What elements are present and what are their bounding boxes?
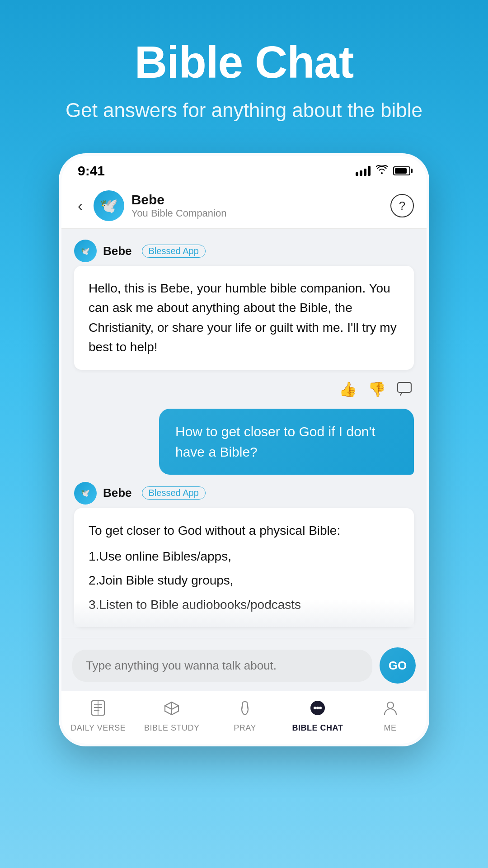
nav-label-bible-chat: BIBLE CHAT bbox=[292, 723, 343, 733]
bot-message-text-2c: 2.Join Bible study groups, bbox=[89, 571, 399, 590]
first-bot-message-block: 🕊️ Bebe Blessed App Hello, this is Bebe,… bbox=[74, 240, 414, 370]
nav-item-bible-chat[interactable]: BIBLE CHAT bbox=[291, 699, 345, 733]
bot-name-label-1: Bebe bbox=[103, 244, 132, 258]
chat-header: ‹ 🕊️ Bebe You Bible Companion ? bbox=[61, 183, 427, 229]
svg-point-8 bbox=[316, 707, 319, 709]
phone-mockup: 9:41 ‹ 🕊️ bbox=[59, 153, 429, 746]
wifi-icon bbox=[376, 165, 388, 177]
bot-avatar-sm-2: 🕊️ bbox=[74, 482, 97, 505]
nav-item-daily-verse[interactable]: DAILY VERSE bbox=[70, 699, 126, 733]
go-button[interactable]: GO bbox=[380, 647, 416, 684]
dove-icon: 🕊️ bbox=[100, 197, 118, 214]
nav-label-daily-verse: DAILY VERSE bbox=[70, 723, 126, 733]
bottom-nav: DAILY VERSE BIBLE STUDY PRAY bbox=[61, 691, 427, 744]
svg-point-7 bbox=[314, 707, 316, 709]
bot-message-text-2a: To get closer to God without a physical … bbox=[89, 521, 399, 540]
page-subtitle: Get answers for anything about the bible bbox=[38, 99, 450, 122]
dove-icon-sm-2: 🕊️ bbox=[81, 489, 90, 497]
status-time: 9:41 bbox=[78, 163, 105, 179]
pray-icon bbox=[236, 699, 253, 721]
bot-avatar-sm-1: 🕊️ bbox=[74, 240, 97, 262]
bot-message-text-2d: 3.Listen to Bible audiobooks/podcasts bbox=[89, 595, 399, 614]
chat-bot-name: Bebe bbox=[131, 192, 383, 208]
nav-label-me: ME bbox=[384, 723, 397, 733]
chat-name-block: Bebe You Bible Companion bbox=[131, 192, 383, 219]
nav-item-bible-study[interactable]: BIBLE STUDY bbox=[144, 699, 200, 733]
bible-chat-icon bbox=[309, 699, 326, 721]
status-icons bbox=[356, 165, 410, 177]
svg-point-10 bbox=[387, 702, 394, 708]
thumbs-up-button[interactable]: 👍 bbox=[339, 381, 357, 398]
bot-bubble-1: Hello, this is Bebe, your humble bible c… bbox=[74, 266, 414, 370]
nav-label-pray: PRAY bbox=[234, 723, 256, 733]
blessed-badge-1: Blessed App bbox=[142, 245, 206, 258]
me-icon bbox=[382, 699, 399, 721]
bot-message-text-1: Hello, this is Bebe, your humble bible c… bbox=[89, 278, 399, 357]
nav-label-bible-study: BIBLE STUDY bbox=[144, 723, 200, 733]
back-button[interactable]: ‹ bbox=[74, 196, 86, 216]
user-message-text: How to get closer to God if I don't have… bbox=[175, 421, 398, 462]
blessed-badge-2: Blessed App bbox=[142, 486, 206, 500]
chat-input[interactable] bbox=[72, 650, 372, 682]
second-bot-message-block: 🕊️ Bebe Blessed App To get closer to God… bbox=[74, 482, 414, 627]
dove-icon-sm-1: 🕊️ bbox=[81, 247, 90, 255]
reaction-row: 👍 👎 bbox=[74, 377, 414, 401]
thumbs-down-button[interactable]: 👎 bbox=[368, 381, 386, 398]
comment-button[interactable] bbox=[397, 381, 412, 398]
bible-study-icon bbox=[163, 699, 180, 721]
bot-header-2: 🕊️ Bebe Blessed App bbox=[74, 482, 414, 505]
daily-verse-icon bbox=[89, 699, 107, 721]
bot-bubble-2: To get closer to God without a physical … bbox=[74, 508, 414, 627]
user-bubble: How to get closer to God if I don't have… bbox=[159, 409, 414, 475]
battery-icon bbox=[393, 166, 410, 175]
nav-item-me[interactable]: ME bbox=[363, 699, 418, 733]
bot-header-1: 🕊️ Bebe Blessed App bbox=[74, 240, 414, 262]
status-bar: 9:41 bbox=[61, 156, 427, 183]
bot-message-text-2b: 1.Use online Bibles/apps, bbox=[89, 547, 399, 566]
user-message-wrapper: How to get closer to God if I don't have… bbox=[74, 409, 414, 475]
signal-icon bbox=[356, 166, 371, 176]
bot-name-label-2: Bebe bbox=[103, 486, 132, 500]
svg-rect-0 bbox=[398, 382, 411, 392]
help-button[interactable]: ? bbox=[390, 194, 414, 217]
chat-messages: 🕊️ Bebe Blessed App Hello, this is Bebe,… bbox=[61, 229, 427, 638]
bot-avatar: 🕊️ bbox=[94, 190, 124, 221]
page-title: Bible Chat bbox=[135, 36, 353, 88]
nav-item-pray[interactable]: PRAY bbox=[218, 699, 272, 733]
chat-bot-subtitle: You Bible Companion bbox=[131, 208, 383, 219]
input-area: GO bbox=[61, 638, 427, 691]
svg-point-9 bbox=[319, 707, 322, 709]
